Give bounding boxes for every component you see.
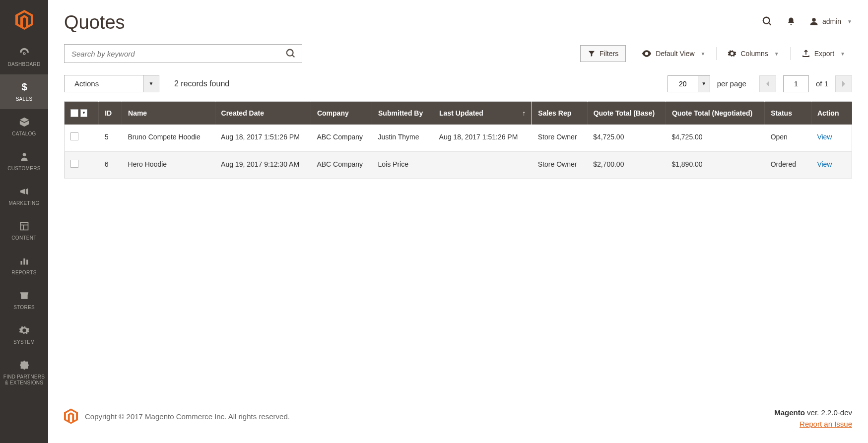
sidebar-item-partners[interactable]: FIND PARTNERS & EXTENSIONS <box>0 352 48 393</box>
col-total-base[interactable]: Quote Total (Base) <box>587 102 666 125</box>
caret-down-icon: ▼ <box>840 51 845 57</box>
page-input[interactable] <box>783 75 809 92</box>
next-page-button[interactable] <box>835 75 852 92</box>
sidebar-item-label: CATALOG <box>12 131 36 137</box>
per-page-dropdown[interactable]: ▼ <box>698 75 710 92</box>
cell-company: ABC Company <box>311 151 372 179</box>
col-created[interactable]: Created Date <box>215 102 311 125</box>
cell-id: 6 <box>99 151 122 179</box>
col-submitted[interactable]: Submitted By <box>372 102 433 125</box>
svg-rect-4 <box>20 223 28 230</box>
cell-name: Hero Hoodie <box>122 151 215 179</box>
user-icon <box>809 17 818 26</box>
sidebar-item-dashboard[interactable]: DASHBOARD <box>0 40 48 74</box>
table-row[interactable]: 6 Hero Hoodie Aug 19, 2017 9:12:30 AM AB… <box>65 151 852 179</box>
sidebar-item-label: FIND PARTNERS & EXTENSIONS <box>2 374 46 386</box>
cell-salesrep: Store Owner <box>532 151 587 179</box>
funnel-icon <box>588 50 596 58</box>
actions-dropdown[interactable]: Actions ▼ <box>64 75 159 92</box>
magento-label: Magento <box>774 408 805 417</box>
cell-name: Bruno Compete Hoodie <box>122 125 215 151</box>
notifications-button[interactable] <box>787 16 796 26</box>
account-menu[interactable]: admin ▼ <box>809 17 852 26</box>
cell-updated: Aug 18, 2017 1:51:26 PM <box>433 125 532 151</box>
col-status[interactable]: Status <box>765 102 811 125</box>
select-all-checkbox[interactable] <box>70 109 78 117</box>
global-search-button[interactable] <box>762 16 773 27</box>
search-input[interactable] <box>64 44 302 63</box>
page-header: Quotes admin ▼ <box>48 0 868 38</box>
col-id[interactable]: ID <box>99 102 122 125</box>
caret-down-icon: ▼ <box>847 19 852 24</box>
header-actions: admin ▼ <box>762 12 852 27</box>
filters-button[interactable]: Filters <box>580 45 626 62</box>
search-icon <box>285 48 296 59</box>
export-button[interactable]: Export ▼ <box>795 45 852 62</box>
cell-status: Open <box>765 125 811 151</box>
megaphone-icon <box>19 186 30 197</box>
sidebar-item-label: REPORTS <box>11 270 36 276</box>
copyright-text: Copyright © 2017 Magento Commerce Inc. A… <box>85 412 290 421</box>
eye-icon <box>642 50 652 57</box>
gear-icon <box>19 324 30 336</box>
view-link[interactable]: View <box>817 133 832 141</box>
layout-icon <box>19 220 29 232</box>
content-area: Filters Default View ▼ Columns ▼ Exp <box>48 38 868 393</box>
gauge-icon <box>19 47 30 59</box>
sidebar-item-system[interactable]: SYSTEM <box>0 317 48 352</box>
toolbar-filters: Filters Default View ▼ Columns ▼ Exp <box>64 38 852 70</box>
cell-updated <box>433 151 532 179</box>
row-checkbox[interactable] <box>70 160 78 168</box>
svg-line-11 <box>769 23 771 25</box>
cell-total-neg: $4,725.00 <box>666 125 764 151</box>
separator <box>790 47 791 60</box>
actions-label: Actions <box>64 75 143 92</box>
sidebar: DASHBOARD $ SALES CATALOG CUSTOMERS MARK… <box>0 0 48 443</box>
sidebar-item-marketing[interactable]: MARKETING <box>0 179 48 213</box>
prev-page-button[interactable] <box>759 75 776 92</box>
per-page-input[interactable] <box>668 75 698 92</box>
bell-icon <box>787 16 796 26</box>
col-company[interactable]: Company <box>311 102 372 125</box>
svg-line-14 <box>292 55 295 58</box>
default-view-button[interactable]: Default View ▼ <box>635 46 712 62</box>
magento-logo[interactable] <box>0 0 48 40</box>
col-total-neg[interactable]: Quote Total (Negotiated) <box>666 102 764 125</box>
sidebar-item-reports[interactable]: REPORTS <box>0 248 48 283</box>
caret-down-icon[interactable]: ▼ <box>143 75 159 92</box>
columns-button[interactable]: Columns ▼ <box>721 45 786 62</box>
svg-point-3 <box>22 153 26 157</box>
table-row[interactable]: 5 Bruno Compete Hoodie Aug 18, 2017 1:51… <box>65 125 852 151</box>
default-view-label: Default View <box>656 50 694 58</box>
keyword-search <box>64 44 302 63</box>
cell-salesrep: Store Owner <box>532 125 587 151</box>
sidebar-item-label: SALES <box>16 96 33 102</box>
col-updated[interactable]: Last Updated↑ <box>433 102 532 125</box>
col-checkbox[interactable]: ▼ <box>65 102 99 125</box>
col-name[interactable]: Name <box>122 102 215 125</box>
export-icon <box>801 49 810 58</box>
sidebar-item-label: MARKETING <box>8 200 39 206</box>
cell-created: Aug 18, 2017 1:51:26 PM <box>215 125 311 151</box>
cell-company: ABC Company <box>311 125 372 151</box>
sidebar-item-customers[interactable]: CUSTOMERS <box>0 144 48 179</box>
search-submit-button[interactable] <box>282 45 299 62</box>
view-link[interactable]: View <box>817 160 832 168</box>
separator <box>716 47 717 60</box>
svg-text:$: $ <box>21 82 27 92</box>
caret-down-icon: ▼ <box>774 51 779 57</box>
svg-line-1 <box>24 52 26 54</box>
svg-point-10 <box>763 17 770 24</box>
sidebar-item-content[interactable]: CONTENT <box>0 213 48 248</box>
sidebar-item-sales[interactable]: $ SALES <box>0 74 48 109</box>
sidebar-item-label: SYSTEM <box>13 339 35 345</box>
bars-icon <box>19 255 29 267</box>
col-salesrep[interactable]: Sales Rep <box>532 102 587 125</box>
sidebar-item-catalog[interactable]: CATALOG <box>0 109 48 144</box>
row-checkbox[interactable] <box>70 132 78 140</box>
col-action[interactable]: Action <box>811 102 852 125</box>
caret-down-icon[interactable]: ▼ <box>80 109 87 117</box>
report-issue-link[interactable]: Report an Issue <box>774 420 852 428</box>
sidebar-item-stores[interactable]: STORES <box>0 283 48 317</box>
pager: ▼ per page of 1 <box>668 75 852 92</box>
